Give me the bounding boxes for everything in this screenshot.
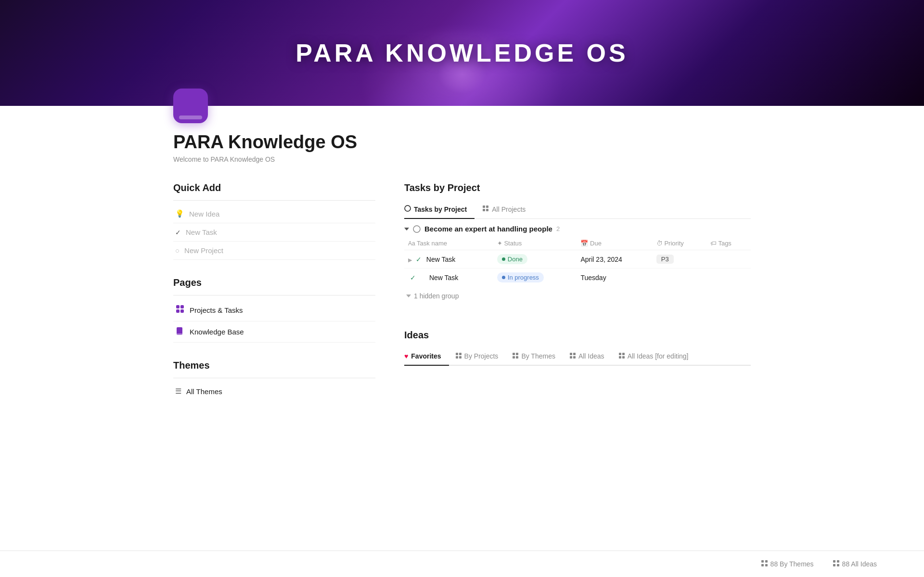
row-expand-btn[interactable]: ▶ (408, 257, 412, 263)
tab-all-ideas[interactable]: All Ideas (563, 347, 612, 366)
hidden-group-label: 1 hidden group (414, 292, 459, 300)
tab-all-ideas-label: All Ideas (578, 352, 604, 360)
tab-all-projects[interactable]: All Projects (475, 200, 533, 219)
due-cell-1: Tuesday (577, 269, 652, 287)
page-subtitle: Welcome to PARA Knowledge OS (173, 155, 751, 163)
status-icon: ✦ (497, 240, 502, 247)
status-value-0: Done (508, 256, 523, 263)
aa-icon: Aa (408, 240, 415, 247)
tab-by-themes[interactable]: By Themes (506, 347, 563, 366)
priority-badge-0: P3 (656, 255, 674, 264)
by-themes-grid-icon (513, 352, 518, 360)
svg-rect-22 (570, 356, 572, 359)
hidden-group-toggle[interactable]: 1 hidden group (404, 286, 751, 306)
tab-tasks-by-project[interactable]: Tasks by Project (404, 200, 475, 219)
group-circle-icon (413, 225, 421, 233)
col-due: 📅 Due (577, 237, 652, 250)
svg-rect-12 (456, 353, 458, 355)
themes-title: Themes (173, 360, 375, 371)
tab-favorites[interactable]: ♥ Favorites (404, 347, 449, 366)
quick-add-new-project[interactable]: ○ New Project (173, 242, 375, 260)
svg-rect-14 (456, 356, 458, 359)
tab-by-projects-label: By Projects (464, 352, 499, 360)
svg-rect-9 (483, 209, 485, 211)
due-cell-0: April 23, 2024 (577, 250, 652, 269)
svg-rect-23 (573, 356, 576, 359)
quick-add-section: Quick Add 💡 New Idea ✓ New Task ○ New Pr… (173, 182, 375, 260)
priority-icon: ⏱ (656, 240, 663, 247)
table-row[interactable]: ✓ New Task In progress Tuesday (404, 269, 751, 287)
svg-rect-10 (486, 209, 488, 211)
row-check-icon: ✓ (416, 256, 422, 263)
status-value-1: In progress (508, 274, 539, 281)
main-grid: Quick Add 💡 New Idea ✓ New Task ○ New Pr… (173, 182, 751, 400)
svg-rect-7 (483, 205, 485, 208)
svg-rect-27 (622, 356, 625, 359)
col-priority: ⏱ Priority (653, 237, 706, 250)
col-priority-label: Priority (664, 240, 683, 247)
svg-rect-1 (180, 305, 184, 308)
pages-list: Projects & Tasks Knowledge Base (173, 295, 375, 343)
tab-all-ideas-editing[interactable]: All Ideas [for editing] (612, 347, 696, 366)
col-task-name: Aa Task name (404, 237, 493, 250)
page-item-projects-tasks[interactable]: Projects & Tasks (173, 299, 375, 321)
tab-by-projects[interactable]: By Projects (449, 347, 506, 366)
task-name-value-1: New Task (429, 274, 458, 282)
group-chevron-icon (404, 228, 409, 231)
svg-rect-16 (513, 353, 515, 355)
check-icon: ✓ (175, 229, 181, 236)
knowledge-base-icon (175, 326, 185, 337)
tab-all-ideas-editing-label: All Ideas [for editing] (628, 352, 689, 360)
table-row[interactable]: ▶ ✓ New Task Done Apr (404, 250, 751, 269)
svg-rect-17 (516, 353, 518, 355)
due-icon: 📅 (580, 240, 588, 247)
new-project-label: New Project (184, 246, 223, 255)
quick-add-title: Quick Add (173, 182, 375, 193)
svg-rect-19 (516, 356, 518, 359)
svg-rect-18 (513, 356, 515, 359)
col-tags-label: Tags (718, 240, 731, 247)
tab-circle-icon (404, 205, 411, 213)
svg-rect-20 (570, 353, 572, 355)
themes-section: Themes ☰ All Themes (173, 360, 375, 400)
task-group-header[interactable]: Become an expert at handling people 2 (404, 219, 751, 237)
svg-rect-15 (459, 356, 462, 359)
col-due-label: Due (590, 240, 602, 247)
all-themes-label: All Themes (186, 387, 222, 396)
group-name: Become an expert at handling people (424, 225, 552, 233)
tab-favorites-label: Favorites (411, 352, 441, 360)
status-cell: Done (493, 250, 577, 269)
priority-cell-0: P3 (653, 250, 706, 269)
quick-add-new-idea[interactable]: 💡 New Idea (173, 205, 375, 223)
tags-cell-1 (706, 269, 751, 287)
svg-rect-2 (176, 309, 180, 313)
tab-all-projects-label: All Projects (492, 205, 526, 213)
tab-by-themes-label: By Themes (521, 352, 555, 360)
due-value-1: Tuesday (580, 274, 606, 282)
status-badge-done: Done (497, 254, 527, 264)
svg-rect-3 (180, 309, 184, 313)
tasks-section-title: Tasks by Project (404, 182, 751, 193)
svg-rect-0 (176, 305, 180, 308)
col-status-label: Status (504, 240, 522, 247)
svg-rect-5 (177, 333, 182, 335)
pages-section: Pages Projects & Tasks Knowledge Base (173, 277, 375, 343)
priority-cell-1 (653, 269, 706, 287)
status-dot-blue (502, 276, 505, 279)
task-table: Aa Task name ✦ Status 📅 Due (404, 237, 751, 286)
group-count: 2 (556, 225, 560, 232)
quick-add-new-task[interactable]: ✓ New Task (173, 223, 375, 242)
status-dot-green (502, 257, 505, 261)
right-column: Tasks by Project Tasks by Project All Pr… (404, 182, 751, 400)
all-themes-item[interactable]: ☰ All Themes (173, 382, 375, 400)
svg-point-6 (405, 205, 411, 211)
new-idea-label: New Idea (189, 210, 219, 218)
hidden-group-chevron (406, 295, 411, 297)
svg-rect-24 (619, 353, 621, 355)
svg-rect-8 (486, 205, 488, 208)
ideas-section-title: Ideas (404, 330, 751, 341)
page-item-knowledge-base[interactable]: Knowledge Base (173, 321, 375, 343)
svg-rect-21 (573, 353, 576, 355)
tab-grid-icon (482, 205, 489, 213)
all-ideas-grid-icon (570, 352, 576, 360)
